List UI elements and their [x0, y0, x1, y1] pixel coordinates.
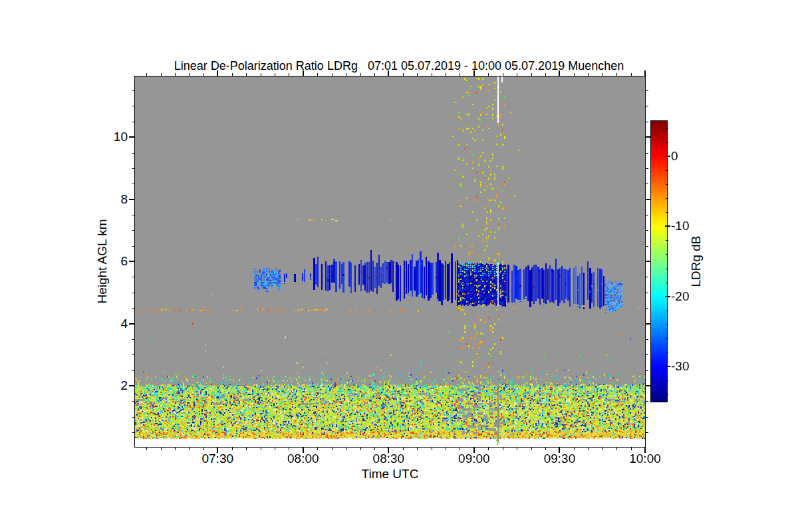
y-minor-tick: [132, 293, 135, 293]
y-major-tick-right: [646, 136, 651, 138]
x-minor-tick: [332, 448, 332, 450]
y-minor-tick-right: [646, 215, 648, 215]
colorbar-minor-tick: [666, 269, 668, 269]
y-minor-tick-right: [646, 106, 648, 106]
x-minor-tick: [175, 448, 176, 450]
y-minor-tick-right: [646, 354, 648, 355]
colorbar-tick-label: 0: [671, 149, 711, 164]
y-minor-tick: [132, 246, 135, 247]
x-major-tick-top: [473, 70, 475, 76]
y-minor-tick-right: [646, 153, 648, 154]
y-major-tick: [129, 323, 134, 325]
y-minor-tick-right: [646, 339, 648, 340]
x-tick-label: 08:00: [277, 452, 330, 466]
y-minor-tick-right: [646, 230, 648, 231]
colorbar-minor-tick: [666, 142, 668, 143]
x-minor-tick: [161, 448, 162, 450]
colorbar-major-tick: [665, 366, 670, 367]
x-minor-tick: [203, 448, 204, 450]
x-minor-tick-top: [631, 73, 632, 76]
x-tick-label: 09:30: [533, 452, 586, 466]
colorbar-minor-tick: [666, 394, 668, 395]
heatmap-canvas: [135, 76, 645, 447]
y-minor-tick: [132, 308, 135, 309]
y-major-tick-right: [646, 385, 651, 386]
y-minor-tick: [132, 122, 135, 122]
y-major-tick: [129, 199, 134, 200]
x-minor-tick: [346, 448, 346, 450]
x-minor-tick-top: [374, 73, 375, 76]
y-minor-tick-right: [646, 308, 648, 309]
colorbar-major-tick: [665, 225, 670, 227]
y-major-tick: [129, 385, 134, 386]
y-minor-tick: [132, 90, 135, 91]
y-minor-tick: [132, 339, 135, 340]
x-minor-tick: [275, 448, 275, 450]
x-minor-tick-top: [616, 73, 617, 76]
x-axis-label: Time UTC: [135, 467, 645, 481]
x-minor-tick: [545, 448, 546, 450]
x-minor-tick: [432, 448, 432, 450]
x-minor-tick: [616, 448, 617, 450]
x-minor-tick: [602, 448, 603, 450]
y-tick-label: 4: [81, 317, 128, 331]
x-minor-tick-top: [517, 73, 517, 76]
x-minor-tick-top: [403, 73, 404, 76]
colorbar-tick-label: -10: [671, 219, 711, 233]
colorbar-gradient: [651, 121, 667, 402]
x-minor-tick-top: [246, 73, 247, 76]
y-minor-tick: [132, 215, 135, 215]
y-minor-tick: [132, 106, 135, 106]
x-major-tick-top: [303, 70, 304, 76]
colorbar-minor-tick: [666, 352, 668, 353]
y-tick-label: 6: [81, 254, 128, 269]
colorbar-minor-tick: [666, 283, 668, 283]
x-minor-tick-top: [161, 73, 162, 76]
y-minor-tick: [132, 168, 135, 169]
x-minor-tick: [289, 448, 289, 450]
x-minor-tick: [261, 448, 261, 450]
y-tick-label: 10: [81, 130, 128, 144]
x-minor-tick-top: [232, 73, 233, 76]
x-minor-tick: [574, 448, 575, 450]
x-minor-tick-top: [317, 73, 318, 76]
colorbar-minor-tick: [666, 240, 668, 241]
x-minor-tick-top: [146, 73, 147, 76]
y-minor-tick-right: [646, 370, 648, 371]
x-minor-tick-top: [417, 73, 418, 76]
x-minor-tick: [232, 448, 233, 450]
x-minor-tick: [488, 448, 489, 450]
x-minor-tick-top: [203, 73, 204, 76]
x-minor-tick-top: [261, 73, 261, 76]
figure: Linear De-Polarization Ratio LDRg 07:01 …: [0, 0, 798, 532]
x-minor-tick: [246, 448, 247, 450]
x-minor-tick: [189, 448, 190, 450]
colorbar-minor-tick: [666, 254, 668, 255]
y-tick-label: 8: [81, 192, 128, 207]
colorbar-tick-label: -20: [671, 289, 711, 304]
x-major-tick-top: [644, 70, 646, 76]
x-minor-tick-top: [189, 73, 190, 76]
colorbar-minor-tick: [666, 184, 668, 185]
x-minor-tick-top: [275, 73, 275, 76]
y-minor-tick: [132, 354, 135, 355]
y-minor-tick-right: [646, 417, 648, 418]
y-minor-tick: [132, 230, 135, 231]
colorbar-minor-tick: [666, 170, 668, 171]
x-tick-label: 10:00: [618, 452, 672, 466]
x-minor-tick-top: [446, 73, 446, 76]
colorbar-major-tick: [665, 296, 670, 297]
y-minor-tick-right: [646, 122, 648, 122]
y-minor-tick-right: [646, 277, 648, 277]
x-minor-tick-top: [488, 73, 489, 76]
y-minor-tick: [132, 417, 135, 418]
x-minor-tick-top: [531, 73, 532, 76]
x-minor-tick: [503, 448, 503, 450]
x-minor-tick-top: [574, 73, 575, 76]
y-minor-tick-right: [646, 90, 648, 91]
x-minor-tick-top: [332, 73, 332, 76]
y-minor-tick-right: [646, 184, 648, 184]
x-tick-label: 08:30: [362, 452, 415, 466]
colorbar-minor-tick: [666, 325, 668, 325]
colorbar-minor-tick: [666, 338, 668, 339]
